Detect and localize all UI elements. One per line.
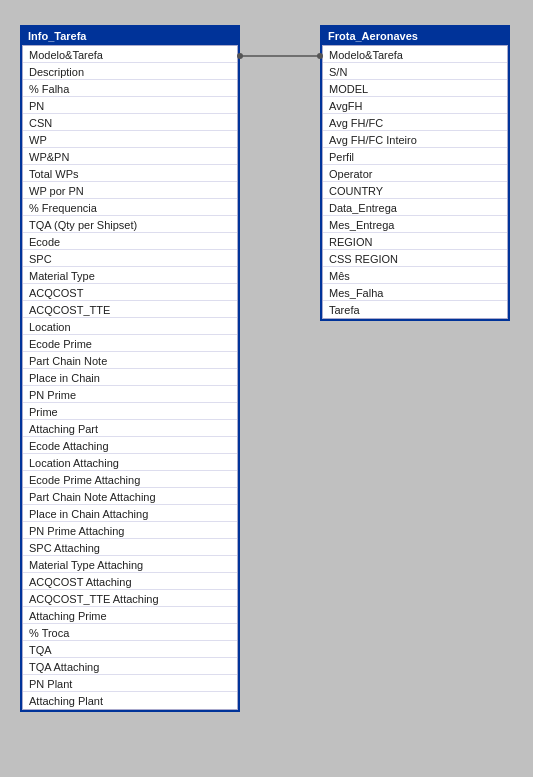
table-row: CSN bbox=[23, 114, 237, 131]
table-row: Attaching Part bbox=[23, 420, 237, 437]
table-row: Tarefa bbox=[323, 301, 507, 318]
table-row: PN Prime Attaching bbox=[23, 522, 237, 539]
table-row: SPC bbox=[23, 250, 237, 267]
table-row: Mês bbox=[323, 267, 507, 284]
table-row: Place in Chain bbox=[23, 369, 237, 386]
table-row: Attaching Plant bbox=[23, 692, 237, 709]
table-row: WP bbox=[23, 131, 237, 148]
table-row: PN Plant bbox=[23, 675, 237, 692]
table-row: TQA bbox=[23, 641, 237, 658]
table-row: Ecode Prime Attaching bbox=[23, 471, 237, 488]
table-row: Mes_Falha bbox=[323, 284, 507, 301]
table-row: Ecode Attaching bbox=[23, 437, 237, 454]
table-row: Part Chain Note Attaching bbox=[23, 488, 237, 505]
table-row: AvgFH bbox=[323, 97, 507, 114]
table-row: Material Type bbox=[23, 267, 237, 284]
table-row: Avg FH/FC Inteiro bbox=[323, 131, 507, 148]
info-tarefa-rows: Modelo&Tarefa Description % Falha PN CSN… bbox=[22, 45, 238, 710]
table-row: WP&PN bbox=[23, 148, 237, 165]
table-row: S/N bbox=[323, 63, 507, 80]
table-row: ACQCOST_TTE bbox=[23, 301, 237, 318]
table-row: Location Attaching bbox=[23, 454, 237, 471]
canvas: Info_Tarefa Modelo&Tarefa Description % … bbox=[10, 10, 523, 767]
table-row: Avg FH/FC bbox=[323, 114, 507, 131]
table-row: MODEL bbox=[323, 80, 507, 97]
table-row: % Frequencia bbox=[23, 199, 237, 216]
table-row: CSS REGION bbox=[323, 250, 507, 267]
table-row: Attaching Prime bbox=[23, 607, 237, 624]
table-row: Modelo&Tarefa bbox=[23, 46, 237, 63]
table-row: PN bbox=[23, 97, 237, 114]
table-row: Description bbox=[23, 63, 237, 80]
table-row: Total WPs bbox=[23, 165, 237, 182]
table-row: TQA (Qty per Shipset) bbox=[23, 216, 237, 233]
table-row: TQA Attaching bbox=[23, 658, 237, 675]
table-row: Prime bbox=[23, 403, 237, 420]
table-row: Part Chain Note bbox=[23, 352, 237, 369]
table-row: Place in Chain Attaching bbox=[23, 505, 237, 522]
table-row: ACQCOST Attaching bbox=[23, 573, 237, 590]
table-row: ACQCOST bbox=[23, 284, 237, 301]
info-tarefa-header: Info_Tarefa bbox=[22, 27, 238, 45]
frota-aeronaves-rows: Modelo&Tarefa S/N MODEL AvgFH Avg FH/FC … bbox=[322, 45, 508, 319]
table-row: Ecode Prime bbox=[23, 335, 237, 352]
table-row: % Troca bbox=[23, 624, 237, 641]
frota-aeronaves-header: Frota_Aeronaves bbox=[322, 27, 508, 45]
table-row: Modelo&Tarefa bbox=[323, 46, 507, 63]
table-row: Perfil bbox=[323, 148, 507, 165]
table-row: Operator bbox=[323, 165, 507, 182]
table-row: Material Type Attaching bbox=[23, 556, 237, 573]
table-row: Ecode bbox=[23, 233, 237, 250]
table-row: PN Prime bbox=[23, 386, 237, 403]
table-row: Mes_Entrega bbox=[323, 216, 507, 233]
table-row: Data_Entrega bbox=[323, 199, 507, 216]
table-row: REGION bbox=[323, 233, 507, 250]
table-row: SPC Attaching bbox=[23, 539, 237, 556]
info-tarefa-table: Info_Tarefa Modelo&Tarefa Description % … bbox=[20, 25, 240, 712]
table-row: COUNTRY bbox=[323, 182, 507, 199]
table-row: % Falha bbox=[23, 80, 237, 97]
table-row: Location bbox=[23, 318, 237, 335]
table-row: ACQCOST_TTE Attaching bbox=[23, 590, 237, 607]
frota-aeronaves-table: Frota_Aeronaves Modelo&Tarefa S/N MODEL … bbox=[320, 25, 510, 321]
table-row: WP por PN bbox=[23, 182, 237, 199]
